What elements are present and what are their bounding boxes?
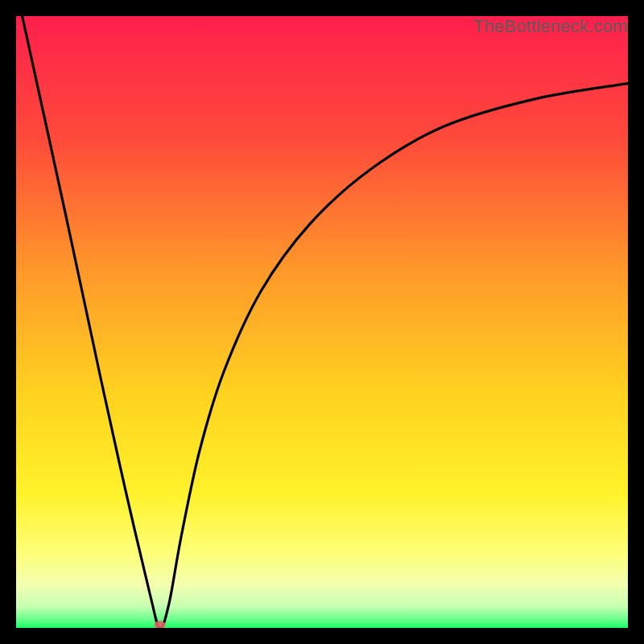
- bottleneck-chart: [16, 16, 628, 628]
- gradient-background: [16, 16, 628, 628]
- chart-frame: TheBottleneck.com: [16, 16, 628, 628]
- watermark-text: TheBottleneck.com: [473, 16, 628, 37]
